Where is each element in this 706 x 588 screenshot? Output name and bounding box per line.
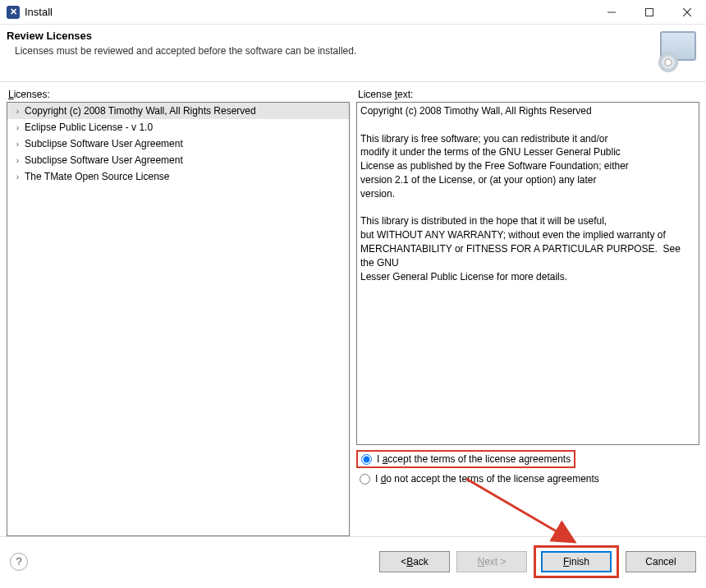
decline-radio[interactable] bbox=[360, 474, 370, 485]
maximize-button[interactable] bbox=[630, 0, 668, 25]
license-item[interactable]: ›Copyright (c) 2008 Timothy Wall, All Ri… bbox=[7, 103, 349, 119]
license-accept-radiogroup: I accept the terms of the license agreem… bbox=[356, 450, 699, 486]
license-text-label: License text: bbox=[356, 89, 699, 100]
license-item[interactable]: ›Subclipse Software User Agreement bbox=[7, 152, 349, 168]
window-title: Install bbox=[25, 6, 53, 18]
wizard-button-bar: ? < Back Next > Finish Cancel bbox=[0, 536, 706, 586]
chevron-right-icon: › bbox=[12, 123, 23, 132]
accept-radio-label: I accept the terms of the license agreem… bbox=[377, 453, 571, 465]
finish-button[interactable]: Finish bbox=[541, 551, 612, 572]
app-icon: ✕ bbox=[7, 6, 20, 19]
install-icon bbox=[655, 31, 696, 72]
page-description: Licenses must be reviewed and accepted b… bbox=[7, 45, 655, 57]
titlebar: ✕ Install bbox=[0, 0, 706, 25]
chevron-right-icon: › bbox=[12, 107, 23, 116]
license-item[interactable]: ›Eclipse Public License - v 1.0 bbox=[7, 119, 349, 136]
accept-radio[interactable] bbox=[361, 454, 372, 465]
license-item[interactable]: ›The TMate Open Source License bbox=[7, 168, 349, 185]
license-item-label: Subclipse Software User Agreement bbox=[25, 138, 183, 149]
close-button[interactable] bbox=[668, 0, 706, 25]
license-item-label: Eclipse Public License - v 1.0 bbox=[25, 122, 153, 133]
license-item-label: Copyright (c) 2008 Timothy Wall, All Rig… bbox=[25, 105, 256, 117]
license-item-label: Subclipse Software User Agreement bbox=[25, 154, 183, 166]
help-button[interactable]: ? bbox=[10, 553, 28, 571]
licenses-label: Licenses: bbox=[7, 89, 350, 100]
cancel-button[interactable]: Cancel bbox=[626, 551, 696, 572]
back-button[interactable]: < Back bbox=[379, 551, 450, 572]
chevron-right-icon: › bbox=[12, 140, 23, 149]
license-item-label: The TMate Open Source License bbox=[25, 171, 170, 182]
accept-radio-row[interactable]: I accept the terms of the license agreem… bbox=[356, 450, 575, 468]
license-text-area[interactable]: Copyright (c) 2008 Timothy Wall, All Rig… bbox=[356, 102, 699, 445]
chevron-right-icon: › bbox=[12, 156, 23, 165]
decline-radio-row[interactable]: I do not accept the terms of the license… bbox=[356, 471, 699, 486]
next-button: Next > bbox=[456, 551, 527, 572]
wizard-header: Review Licenses Licenses must be reviewe… bbox=[0, 25, 706, 82]
decline-radio-label: I do not accept the terms of the license… bbox=[375, 473, 599, 485]
licenses-list[interactable]: ›Copyright (c) 2008 Timothy Wall, All Ri… bbox=[7, 102, 350, 536]
minimize-button[interactable] bbox=[593, 0, 630, 25]
license-item[interactable]: ›Subclipse Software User Agreement bbox=[7, 136, 349, 152]
chevron-right-icon: › bbox=[12, 172, 23, 181]
finish-highlight: Finish bbox=[534, 545, 619, 578]
page-title: Review Licenses bbox=[7, 30, 655, 42]
svg-rect-1 bbox=[646, 8, 653, 16]
wizard-body: Licenses: ›Copyright (c) 2008 Timothy Wa… bbox=[0, 82, 706, 536]
